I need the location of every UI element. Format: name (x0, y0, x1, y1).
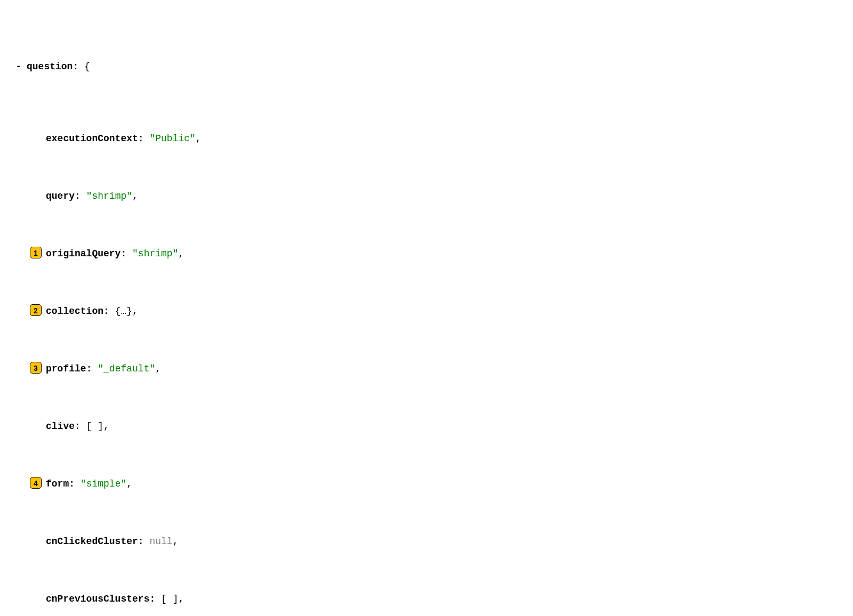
json-key: clive (46, 419, 75, 434)
json-value: [ ] (161, 592, 178, 606)
collapse-icon[interactable]: - (15, 60, 22, 74)
callout-badge: 3 (30, 362, 42, 374)
json-key: cnClickedCluster (46, 534, 138, 549)
prop-collection[interactable]: 2collection: {…}, (4, 304, 849, 319)
json-value: "simple" (81, 477, 126, 491)
prop-query[interactable]: query: "shrimp", (4, 189, 849, 204)
json-value: null (149, 534, 172, 549)
prop-originalQuery[interactable]: 1originalQuery: "shrimp", (4, 247, 849, 261)
node-question[interactable]: - question: { (4, 60, 849, 74)
json-key: profile (46, 362, 86, 376)
json-key: question (27, 60, 73, 74)
json-value: "shrimp" (86, 189, 132, 204)
json-key: query (46, 189, 75, 204)
callout-badge: 4 (30, 477, 42, 489)
prop-executionContext[interactable]: executionContext: "Public", (4, 132, 849, 146)
json-key: form (46, 477, 69, 491)
json-value: "_default" (98, 362, 155, 376)
callout-badge: 1 (30, 247, 42, 258)
prop-profile[interactable]: 3profile: "_default", (4, 362, 849, 376)
prop-form[interactable]: 4form: "simple", (4, 477, 849, 491)
json-key: cnPreviousClusters (46, 592, 149, 606)
json-value: [ ] (86, 419, 103, 434)
json-value: "Public" (149, 132, 195, 146)
callout-badge: 2 (30, 304, 42, 316)
brace-open: { (84, 60, 90, 74)
json-key: executionContext (46, 132, 138, 146)
json-key: collection (46, 304, 103, 319)
prop-cnClickedCluster[interactable]: cnClickedCluster: null, (4, 534, 849, 549)
json-value: {…} (115, 304, 132, 319)
json-key: originalQuery (46, 247, 120, 261)
json-tree: - question: { executionContext: "Public"… (0, 0, 853, 616)
prop-clive[interactable]: clive: [ ], (4, 419, 849, 434)
prop-cnPreviousClusters[interactable]: cnPreviousClusters: [ ], (4, 592, 849, 606)
json-value: "shrimp" (132, 247, 178, 261)
